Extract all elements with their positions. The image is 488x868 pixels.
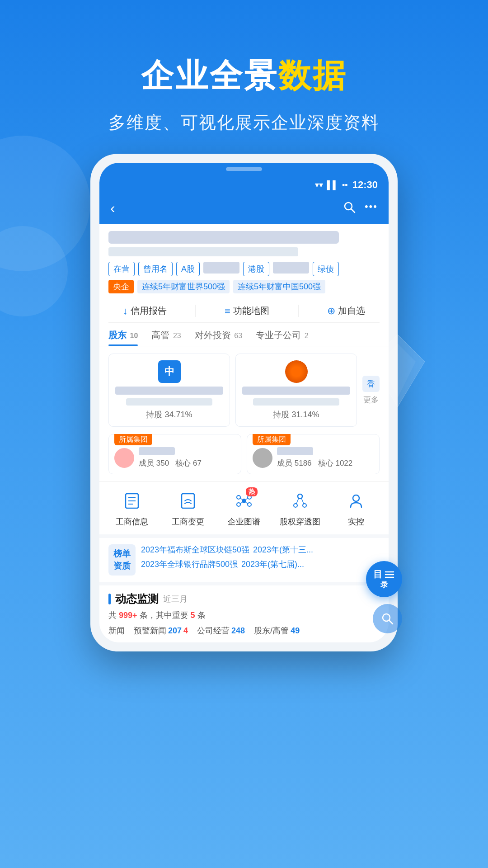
dynamic-business-num: 248 xyxy=(231,626,245,636)
business-info-icon xyxy=(123,492,141,510)
shareholders-section: 中 持股 34.71% 持股 31.14% 香 更多 xyxy=(99,346,389,434)
tab-investments-count: 63 xyxy=(234,332,242,340)
shareholder-card-1[interactable]: 中 持股 34.71% xyxy=(108,354,230,427)
credit-report-label: 信用报告 xyxy=(131,305,167,317)
tab-shareholders[interactable]: 股东 10 xyxy=(108,323,138,346)
main-title: 企业全景数据 xyxy=(0,54,488,98)
svg-line-3 xyxy=(351,209,355,212)
feature-company-map[interactable]: 热 企业图谱 xyxy=(216,489,272,527)
feature-business-change[interactable]: 工商变更 xyxy=(160,489,216,527)
rankings-links-container: 2023年福布斯全球区块链50强 2023年(第十三... 2023年全球银行品… xyxy=(141,544,380,576)
plus-circle-icon: ⊕ xyxy=(327,305,335,317)
tag-former-name: 曾用名 xyxy=(138,262,173,276)
ranking-link-4[interactable]: 2023年(第七届)... xyxy=(241,559,304,570)
dynamic-shareholders-num: 49 xyxy=(291,626,300,636)
tab-subsidiaries-count: 2 xyxy=(305,332,309,340)
signal-icon: ▌▌ xyxy=(327,180,338,190)
title-part2: 数据 xyxy=(278,57,347,94)
list-icon: ≡ xyxy=(225,305,230,317)
dynamic-item-business[interactable]: 公司经营 248 xyxy=(197,625,245,636)
svg-point-12 xyxy=(237,503,240,506)
company-info-section: 在营 曾用名 A股 港股 绿债 央企 连续5年财富世界500强 连续5年财富中国… xyxy=(99,224,389,323)
business-info-icon-wrap xyxy=(120,489,144,513)
tab-investments[interactable]: 对外投资 63 xyxy=(195,323,242,346)
dynamic-items-row: 新闻 预警新闻 207 4 公司经营 248 股东/高管 49 xyxy=(108,625,380,636)
divider2 xyxy=(298,305,299,317)
group-stats-1: 成员 350 核心 67 xyxy=(139,458,202,468)
shareholder-card-2[interactable]: 持股 31.14% xyxy=(235,354,357,427)
float-secondary-button[interactable] xyxy=(373,604,402,633)
back-button[interactable]: ‹ xyxy=(110,200,115,217)
rankings-title-text: 榜单 xyxy=(113,548,131,560)
float-btn-label: 目 xyxy=(373,568,382,580)
tab-executives[interactable]: 高管 23 xyxy=(151,323,181,346)
add-watchlist-button[interactable]: ⊕ 加自选 xyxy=(327,305,365,317)
hot-badge: 热 xyxy=(246,487,258,496)
group-name-blurred-1 xyxy=(139,447,175,455)
group-name-blurred-2 xyxy=(277,447,313,455)
tab-shareholders-label: 股东 xyxy=(108,330,127,340)
float-btn-list-icon xyxy=(384,569,395,580)
svg-point-10 xyxy=(237,495,240,499)
tag-a-share-detail xyxy=(203,262,239,274)
dynamic-item-warning[interactable]: 预警新闻 207 4 xyxy=(134,625,188,636)
business-change-icon xyxy=(179,492,197,510)
features-row: 工商信息 工商变更 热 xyxy=(99,481,389,534)
feature-label-company-map: 企业图谱 xyxy=(228,516,260,527)
business-change-icon-wrap xyxy=(176,489,200,513)
dynamic-warning-urgent: 4 xyxy=(183,626,188,636)
phone-inner: ▾▾ ▌▌ ▪▪ 12:30 ‹ ••• xyxy=(99,163,389,642)
svg-line-14 xyxy=(240,498,242,500)
dynamic-item-news[interactable]: 新闻 xyxy=(108,625,125,636)
dynamic-title-text: 动态监测 xyxy=(115,592,159,606)
feature-equity-map[interactable]: 股权穿透图 xyxy=(272,489,328,527)
tab-subsidiaries[interactable]: 专业子公司 2 xyxy=(256,323,308,346)
navigation-bar: ‹ ••• xyxy=(99,194,389,224)
dynamic-title-bar xyxy=(108,594,111,604)
battery-icon: ▪▪ xyxy=(342,180,348,190)
dynamic-header: 动态监测 近三月 xyxy=(108,592,380,606)
tab-subsidiaries-label: 专业子公司 xyxy=(256,330,301,340)
feature-business-info[interactable]: 工商信息 xyxy=(104,489,160,527)
ranking-link-2[interactable]: 2023年(第十三... xyxy=(253,544,313,555)
title-part1: 企业全景 xyxy=(141,57,278,94)
credit-report-button[interactable]: ↓ 信用报告 xyxy=(123,305,167,317)
tab-executives-label: 高管 xyxy=(151,330,169,340)
group-card-1[interactable]: 所属集团 成员 350 核心 67 xyxy=(108,434,241,474)
group-avatar-1 xyxy=(114,448,134,468)
phone-notch-bar xyxy=(99,163,389,175)
group-card-2[interactable]: 所属集团 成员 5186 核心 1022 xyxy=(247,434,380,474)
group-section: 所属集团 成员 350 核心 67 所属集团 xyxy=(99,434,389,481)
action-buttons-row: ↓ 信用报告 ≡ 功能地图 ⊕ 加自选 xyxy=(108,299,380,323)
ranking-link-3[interactable]: 2023年全球银行品牌500强 xyxy=(141,559,238,570)
dynamic-item-shareholders[interactable]: 股东/高管 49 xyxy=(254,625,300,636)
svg-point-18 xyxy=(298,494,302,499)
ranking-link-1[interactable]: 2023年福布斯全球区块链50强 xyxy=(141,544,249,555)
company-tags-row2: 央企 连续5年财富世界500强 连续5年财富中国500强 xyxy=(108,280,380,293)
float-menu-button[interactable]: 目 录 xyxy=(366,561,402,597)
actual-control-icon-wrap xyxy=(344,489,368,513)
company-map-icon-wrap: 热 xyxy=(232,489,256,513)
tag-green-bond: 绿债 xyxy=(313,262,339,276)
feature-actual-control[interactable]: 实控 xyxy=(328,489,384,527)
feature-label-business-change: 工商变更 xyxy=(172,516,204,527)
svg-line-28 xyxy=(389,620,393,624)
rankings-section: 榜单 资质 2023年福布斯全球区块链50强 2023年(第十三... 2023… xyxy=(99,534,389,582)
add-watchlist-label: 加自选 xyxy=(338,305,365,317)
tag-hk-share: 港股 xyxy=(243,262,269,276)
function-map-button[interactable]: ≡ 功能地图 xyxy=(225,305,269,317)
status-bar: ▾▾ ▌▌ ▪▪ 12:30 xyxy=(99,175,389,194)
rankings-title-text2: 资质 xyxy=(113,560,131,572)
search-icon[interactable] xyxy=(343,201,356,216)
tab-shareholders-count: 10 xyxy=(130,332,138,340)
company-name-blurred xyxy=(108,231,339,244)
phone-mockup: ▾▾ ▌▌ ▪▪ 12:30 ‹ ••• xyxy=(90,154,398,651)
dynamic-item-warning-label: 预警新闻 xyxy=(134,625,166,636)
company-subtitle-blurred xyxy=(108,247,298,256)
more-icon[interactable]: ••• xyxy=(365,201,378,216)
tab-executives-count: 23 xyxy=(173,332,181,340)
dynamic-item-business-label: 公司经营 xyxy=(197,625,230,636)
notch-button xyxy=(226,167,262,171)
feature-label-business-info: 工商信息 xyxy=(116,516,148,527)
dynamic-stats-text: 共 999+ 条，其中重要 5 条 xyxy=(108,610,380,621)
